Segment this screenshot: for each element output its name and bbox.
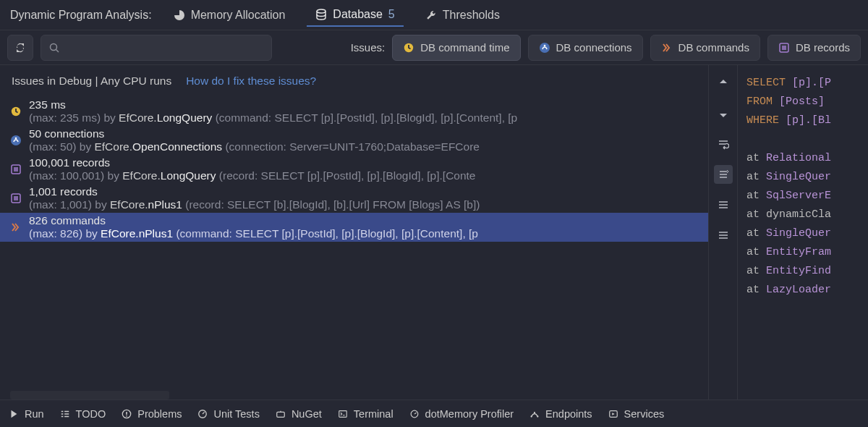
filter-db-command-time[interactable]: DB command time	[392, 35, 520, 61]
filter-db-records[interactable]: DB records	[767, 35, 861, 61]
trace-line: at SqlServerE	[746, 187, 868, 206]
issue-metric: 235 ms	[29, 98, 517, 111]
issue-row[interactable]: 100,001 records (max: 100,001) by EfCore…	[0, 155, 708, 184]
issues-panel: Issues in Debug | Any CPU runs How do I …	[0, 65, 709, 399]
clock-icon	[10, 106, 22, 117]
issue-row[interactable]: 826 commands (max: 826) by EfCore.nPlus1…	[0, 213, 708, 242]
tool-endpoints[interactable]: Endpoints	[529, 408, 592, 420]
analysis-tabs: Dynamic Program Analysis: Memory Allocat…	[0, 0, 868, 30]
filter-db-commands[interactable]: DB commands	[650, 35, 760, 61]
issue-row[interactable]: 1,001 records (max: 1,001) by EfCore.nPl…	[0, 184, 708, 213]
filter-db-connections[interactable]: DB connections	[528, 35, 643, 61]
issue-namespace: EfCore.	[101, 227, 139, 240]
issue-metric: 1,001 records	[29, 185, 480, 198]
issue-namespace: EfCore.	[94, 140, 132, 153]
issue-class: OpenConnections	[132, 140, 222, 153]
issue-by: by	[103, 111, 119, 124]
next-issue-button[interactable]	[714, 104, 733, 123]
issue-metric: 100,001 records	[29, 156, 476, 169]
trace-line: at LazyLoader	[746, 281, 868, 300]
tab-label: Memory Allocation	[191, 9, 286, 22]
help-link[interactable]: How do I fix these issues?	[186, 75, 316, 88]
toggle-lines2-button[interactable]	[714, 226, 733, 245]
tool-todo[interactable]: TODO	[60, 408, 106, 420]
records-icon	[10, 164, 22, 175]
sql-line: FROM [Posts]	[746, 93, 868, 111]
trace-line: at SingleQuer	[746, 168, 868, 187]
connection-icon	[539, 42, 550, 54]
database-icon	[315, 9, 327, 20]
sql-line: SELECT [p].[P	[746, 74, 868, 93]
issue-detail: (command: SELECT [p].[PostId], [p].[Blog…	[216, 111, 518, 124]
run-context: Issues in Debug | Any CPU runs	[12, 75, 171, 88]
connection-icon	[10, 135, 22, 146]
tool-services[interactable]: Services	[608, 408, 665, 420]
issue-by: by	[80, 140, 95, 153]
soft-wrap-button[interactable]	[714, 135, 733, 153]
tool-nuget[interactable]: NuGet	[276, 408, 322, 420]
sql-line: WHERE [p].[Bl	[746, 111, 868, 130]
trace-line: at SingleQuer	[746, 224, 868, 243]
search-icon	[48, 42, 60, 54]
tool-run[interactable]: Run	[9, 408, 44, 420]
tool-terminal[interactable]: Terminal	[338, 408, 393, 420]
issue-metric: 826 commands	[29, 214, 478, 227]
chip-label: DB command time	[420, 41, 509, 54]
issue-by: by	[95, 198, 110, 211]
detail-toolbar	[709, 65, 738, 399]
issue-metric: 50 connections	[29, 127, 480, 140]
issue-detail: (command: SELECT [p].[PostId], [p].[Blog…	[176, 227, 478, 240]
issue-max: (max: 235 ms)	[29, 111, 101, 124]
clock-icon	[403, 42, 414, 54]
records-icon	[10, 193, 22, 204]
tool-problems[interactable]: Problems	[122, 408, 182, 420]
records-icon	[778, 42, 790, 54]
filter-toolbar: Issues: DB command time DB connections D…	[0, 30, 868, 65]
search-input[interactable]	[41, 35, 272, 61]
command-icon	[661, 42, 673, 54]
refresh-button[interactable]	[7, 35, 33, 61]
issue-max: (max: 100,001)	[29, 169, 104, 182]
prev-issue-button[interactable]	[714, 74, 733, 93]
trace-line: at dynamicCla	[746, 206, 868, 224]
issue-by: by	[85, 227, 101, 240]
issue-namespace: EfCore.	[119, 111, 157, 124]
tool-unit-tests[interactable]: Unit Tests	[197, 408, 259, 420]
detail-code-panel: SELECT [p].[P FROM [Posts] WHERE [p].[Bl…	[738, 65, 868, 399]
tool-window-bar: Run TODO Problems Unit Tests NuGet Termi…	[0, 399, 868, 427]
issue-namespace: EfCore.	[122, 169, 161, 182]
tool-dotmemory[interactable]: dotMemory Profiler	[409, 408, 514, 420]
tab-label: Database	[333, 8, 383, 21]
chip-label: DB connections	[556, 41, 632, 54]
issue-row[interactable]: 235 ms (max: 235 ms) by EfCore.LongQuery…	[0, 97, 708, 126]
chip-label: DB records	[796, 41, 850, 54]
command-icon	[10, 221, 22, 233]
toggle-lines-button[interactable]	[714, 195, 733, 214]
issue-max: (max: 826)	[29, 227, 82, 240]
issue-detail: (record: SELECT [b].[BlogId], [b].[Url] …	[185, 198, 480, 211]
tab-database[interactable]: Database 5	[307, 4, 403, 27]
issue-max: (max: 1,001)	[29, 198, 92, 211]
issues-subheader: Issues in Debug | Any CPU runs How do I …	[0, 65, 708, 97]
issue-namespace: EfCore.	[110, 198, 148, 211]
issues-label: Issues:	[351, 41, 386, 54]
issue-class: nPlus1	[139, 227, 173, 240]
trace-line: at EntityFind	[746, 262, 868, 281]
main-split: Issues in Debug | Any CPU runs How do I …	[0, 65, 868, 399]
issue-row[interactable]: 50 connections (max: 50) by EfCore.OpenC…	[0, 126, 708, 155]
wrench-icon	[425, 9, 437, 21]
tab-memory-allocation[interactable]: Memory Allocation	[165, 4, 294, 26]
issue-detail: (connection: Server=UNIT-1760;Database=E…	[225, 140, 480, 153]
trace-line: at Relational	[746, 149, 868, 168]
panel-title: Dynamic Program Analysis:	[10, 9, 152, 22]
issue-max: (max: 50)	[29, 140, 76, 153]
chip-label: DB commands	[678, 41, 749, 54]
issue-class: LongQuery	[161, 169, 216, 182]
scroll-to-top-button[interactable]	[714, 165, 733, 184]
tab-count: 5	[388, 8, 395, 21]
trace-line: at EntityFram	[746, 243, 868, 262]
issue-class: nPlus1	[148, 198, 182, 211]
tab-thresholds[interactable]: Thresholds	[417, 4, 509, 26]
horizontal-scrollbar[interactable]	[10, 391, 169, 399]
pie-icon	[174, 9, 185, 21]
